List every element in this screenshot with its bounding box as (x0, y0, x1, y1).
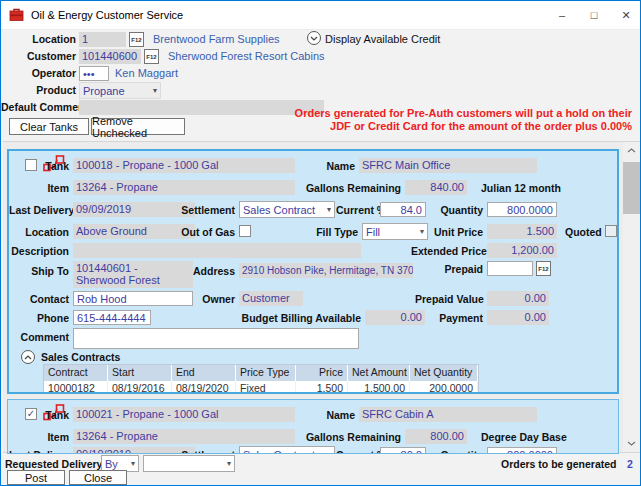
dropdown-arrow-icon: ▾ (420, 227, 424, 236)
cell-net-amount: 1,500.00 (348, 381, 410, 394)
orders-generated-count: 2 (627, 458, 633, 470)
preauth-warning-line1: Orders generated for Pre-Auth customers … (295, 107, 632, 119)
tank1-phone-field[interactable]: 615-444-4444 (73, 310, 151, 325)
quoted-label: Quoted (565, 226, 601, 239)
tank1-item-field: 13264 - Propane (73, 180, 295, 195)
tank2-select-checkbox[interactable]: ✓ (25, 408, 37, 420)
dropdown-arrow-icon: ▾ (153, 86, 157, 95)
app-window: Oil & Energy Customer Service – □ ✕ Loca… (0, 0, 641, 486)
cell-price: 1.500 (296, 381, 348, 394)
remove-unchecked-button[interactable]: Remove Unchecked (91, 118, 185, 135)
tank2-name-field: SFRC Cabin A (359, 407, 537, 422)
scrollbar-thumb[interactable] (623, 162, 640, 214)
prepaid-value-label: Prepaid Value (415, 293, 483, 306)
requested-delivery-date-dropdown[interactable]: ▾ (143, 455, 235, 472)
tank1-quantity-field[interactable]: 800.0000 (487, 202, 557, 217)
tank1-fill-type-value: Fill (366, 226, 380, 238)
tank1-gallons-field: 840.00 (405, 180, 467, 195)
scroll-down-icon[interactable] (623, 435, 640, 452)
customer-f12-lookup-button[interactable]: F12 (144, 49, 159, 64)
cell-price-type: Fixed (236, 381, 296, 394)
prepaid-f12-lookup-button[interactable]: F12 (536, 261, 551, 276)
location-f12-lookup-button[interactable]: F12 (129, 32, 144, 47)
dropdown-arrow-icon: ▾ (227, 459, 231, 468)
customer-field[interactable]: 101440600 (79, 49, 141, 64)
sales-contract-row[interactable]: 10000182 08/19/2016 08/19/2020 Fixed 1.5… (44, 381, 478, 394)
check-icon: ✓ (27, 409, 35, 419)
tank2-tank-field: 100021 - Propane - 1000 Gal (73, 407, 295, 422)
payment-label: Payment (439, 312, 483, 325)
app-icon (9, 8, 24, 22)
maximize-button[interactable]: □ (578, 1, 610, 29)
chevron-down-icon (310, 36, 318, 41)
tank1-settlement-value: Sales Contract (243, 204, 315, 216)
clear-tanks-button[interactable]: Clear Tanks (9, 118, 89, 135)
address-label: Address (193, 265, 235, 278)
tank1-select-checkbox[interactable] (25, 159, 37, 171)
tank1-current-pct-field[interactable]: 84.0 (380, 202, 426, 217)
budget-billing-label: Budget Billing Available (233, 312, 361, 325)
tank1-prepaid-value-field: 0.00 (487, 291, 549, 306)
window-title: Oil & Energy Customer Service (31, 9, 183, 21)
product-label: Product (21, 84, 76, 97)
customer-name-text: Sherwood Forest Resort Cabins (168, 50, 325, 63)
item-label: Item (39, 182, 69, 195)
post-button[interactable]: Post (7, 470, 65, 485)
scroll-up-icon[interactable] (623, 142, 640, 159)
current-pct-label: Current % (336, 449, 376, 454)
prepaid-label: Prepaid (443, 263, 483, 276)
quantity-label: Quantity (433, 449, 483, 454)
gallons-remaining-label: Gallons Remaining (299, 431, 401, 444)
current-pct-label: Current % (336, 204, 376, 217)
tank1-out-of-gas-checkbox[interactable] (239, 225, 251, 237)
comment-label: Comment (19, 331, 69, 344)
tank1-budget-billing-field: 0.00 (365, 310, 425, 325)
sales-contracts-title: Sales Contracts (41, 351, 120, 364)
close-button[interactable]: Close (69, 470, 127, 485)
phone-label: Phone (34, 312, 69, 325)
tank1-fill-type-dropdown[interactable]: Fill ▾ (362, 223, 428, 240)
display-credit-label: Display Available Credit (325, 33, 440, 46)
location-label: Location (21, 33, 76, 46)
tank1-quoted-checkbox[interactable] (605, 225, 617, 237)
tank1-description-field (73, 243, 361, 258)
operator-name-text: Ken Maggart (115, 67, 178, 80)
sales-contracts-table: Contract Start End Price Type Price Net … (43, 364, 479, 394)
col-price: Price (296, 365, 348, 381)
tank2-quantity-field[interactable]: 800.0000 (487, 447, 557, 454)
tank1-owner-field: Customer (239, 291, 303, 306)
tank1-contact-field[interactable]: Rob Hood (73, 291, 193, 306)
display-credit-expander[interactable] (307, 31, 321, 45)
unit-price-label: Unit Price (433, 226, 483, 239)
tank2-current-pct-field[interactable]: 80.0 (380, 447, 426, 454)
contact-label: Contact (29, 293, 69, 306)
col-start: Start (108, 365, 172, 381)
default-comment-label: Default Comment (1, 101, 76, 114)
tank1-tank-field: 100018 - Propane - 1000 Gal (73, 158, 295, 173)
location-name-text: Brentwood Farm Supplies (153, 33, 280, 46)
cell-end: 08/19/2020 (172, 381, 236, 394)
tank2-settlement-dropdown[interactable]: Sales Contract ▾ (239, 446, 335, 454)
tanks-scroll-area: Tank 100018 - Propane - 1000 Gal Name SF… (3, 141, 640, 453)
default-comment-field[interactable] (79, 100, 324, 115)
tank-panel-1: Tank 100018 - Propane - 1000 Gal Name SF… (7, 149, 619, 394)
minimize-button[interactable]: – (546, 1, 578, 29)
description-label: Description (9, 245, 69, 258)
tank1-settlement-dropdown[interactable]: Sales Contract ▾ (239, 201, 335, 218)
cell-contract: 10000182 (44, 381, 108, 394)
tank1-prepaid-field[interactable] (487, 261, 533, 276)
location-field[interactable]: 1 (79, 32, 126, 47)
requested-delivery-label: Requested Delivery (5, 458, 102, 470)
dropdown-arrow-icon: ▾ (327, 450, 331, 454)
cell-net-quantity: 200.0000 (410, 381, 478, 394)
vertical-scrollbar[interactable] (623, 142, 640, 452)
last-delivery-label: Last Delivery (9, 449, 69, 454)
settlement-label: Settlement (175, 449, 235, 454)
close-window-button[interactable]: ✕ (610, 1, 641, 29)
product-dropdown[interactable]: Propane ▾ (79, 82, 161, 99)
sales-contracts-expander[interactable] (21, 350, 35, 364)
sales-contracts-header-row: Contract Start End Price Type Price Net … (44, 365, 478, 381)
tank2-item-field: 13264 - Propane (73, 429, 295, 444)
tank1-comment-field[interactable] (73, 328, 359, 349)
operator-field[interactable]: ••• (79, 66, 109, 81)
